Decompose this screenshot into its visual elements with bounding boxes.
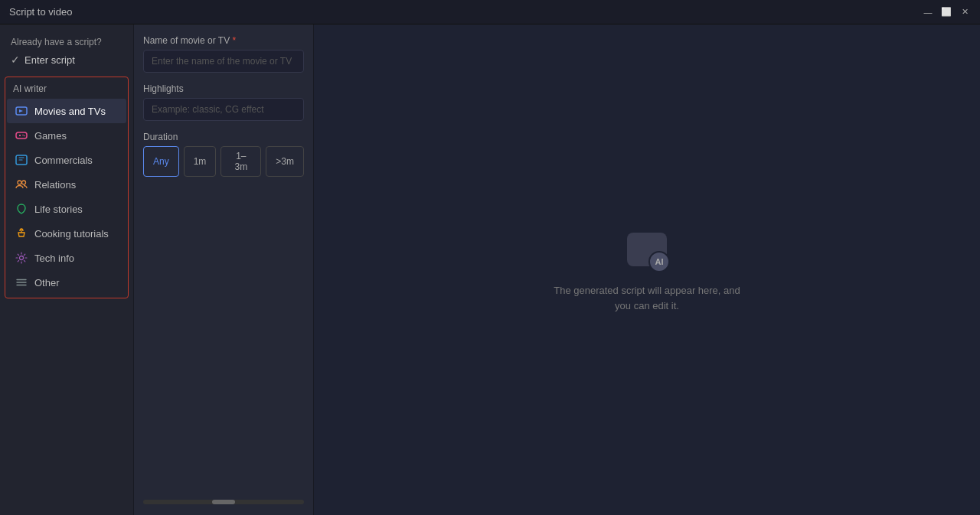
- cooking-icon: [15, 227, 28, 240]
- sidebar-item-movies[interactable]: Movies and TVs: [7, 99, 126, 123]
- duration-1m-button[interactable]: 1m: [184, 146, 217, 177]
- movie-name-input[interactable]: [143, 50, 304, 73]
- movies-icon: [15, 104, 28, 118]
- sidebar-item-cooking-label: Cooking tutorials: [34, 228, 109, 240]
- commercials-icon: [15, 153, 28, 167]
- svg-point-8: [22, 181, 26, 184]
- enter-script-icon: ✓: [11, 54, 20, 66]
- svg-rect-1: [16, 132, 27, 139]
- form-panel: Name of movie or TV * Highlights Duratio…: [134, 24, 314, 515]
- duration-buttons: Any 1m 1–3m >3m: [143, 146, 304, 177]
- scrollbar-thumb[interactable]: [212, 500, 235, 504]
- middle-scrollbar-area: [143, 494, 304, 504]
- enter-script-label: Enter script: [24, 54, 75, 66]
- relations-icon: [15, 178, 28, 191]
- highlights-input[interactable]: [143, 98, 304, 121]
- ai-writer-section: AI writer Movies and TVs: [5, 77, 129, 298]
- required-star: *: [233, 35, 237, 46]
- svg-point-7: [18, 181, 21, 184]
- duration-field: Duration Any 1m 1–3m >3m: [143, 132, 304, 177]
- sidebar-item-other-label: Other: [34, 277, 60, 288]
- sidebar-item-other[interactable]: Other: [7, 270, 126, 295]
- sidebar-item-commercials-label: Commercials: [34, 155, 93, 166]
- main-container: Already have a script? ✓ Enter script AI…: [0, 24, 980, 515]
- tech-icon: [15, 251, 28, 265]
- preview-placeholder-text: The generated script will appear here, a…: [547, 283, 746, 313]
- sidebar-item-tech[interactable]: Tech info: [7, 246, 126, 270]
- movie-name-field: Name of movie or TV *: [143, 35, 304, 73]
- sidebar-item-relations-label: Relations: [34, 179, 76, 191]
- maximize-button[interactable]: ⬜: [940, 6, 952, 18]
- ai-icon-container: AI: [624, 227, 670, 272]
- window-title: Script to video: [9, 6, 72, 18]
- sidebar-item-cooking[interactable]: Cooking tutorials: [7, 221, 126, 246]
- sidebar-item-life-label: Life stories: [34, 204, 83, 215]
- sidebar-item-movies-label: Movies and TVs: [34, 106, 106, 117]
- sidebar-item-relations[interactable]: Relations: [7, 172, 126, 197]
- other-icon: [15, 275, 28, 289]
- window-controls: — ⬜ ✕: [922, 6, 971, 18]
- ai-badge: AI: [648, 251, 670, 272]
- already-have-script-label: Already have a script?: [0, 32, 133, 49]
- scrollbar-track: [143, 500, 304, 504]
- svg-point-10: [20, 256, 24, 260]
- games-icon: [15, 129, 28, 142]
- ai-writer-label: AI writer: [5, 80, 128, 99]
- sidebar-item-commercials[interactable]: Commercials: [7, 148, 126, 172]
- duration-1-3m-button[interactable]: 1–3m: [220, 146, 261, 177]
- sidebar-item-games-label: Games: [34, 130, 67, 142]
- duration-label: Duration: [143, 132, 304, 142]
- sidebar-item-games[interactable]: Games: [7, 123, 126, 148]
- movie-name-label: Name of movie or TV *: [143, 35, 304, 46]
- highlights-label: Highlights: [143, 83, 304, 94]
- duration-3m-plus-button[interactable]: >3m: [266, 146, 304, 177]
- close-button[interactable]: ✕: [959, 6, 971, 18]
- sidebar: Already have a script? ✓ Enter script AI…: [0, 24, 134, 515]
- svg-point-4: [22, 135, 24, 136]
- highlights-field: Highlights: [143, 83, 304, 121]
- svg-point-5: [24, 135, 25, 137]
- minimize-button[interactable]: —: [922, 6, 934, 18]
- sidebar-item-life[interactable]: Life stories: [7, 197, 126, 221]
- life-icon: [15, 202, 28, 216]
- enter-script-button[interactable]: ✓ Enter script: [0, 49, 133, 70]
- titlebar: Script to video — ⬜ ✕: [0, 0, 980, 24]
- preview-panel: AI The generated script will appear here…: [314, 24, 980, 515]
- sidebar-item-tech-label: Tech info: [34, 253, 74, 264]
- duration-any-button[interactable]: Any: [143, 146, 179, 177]
